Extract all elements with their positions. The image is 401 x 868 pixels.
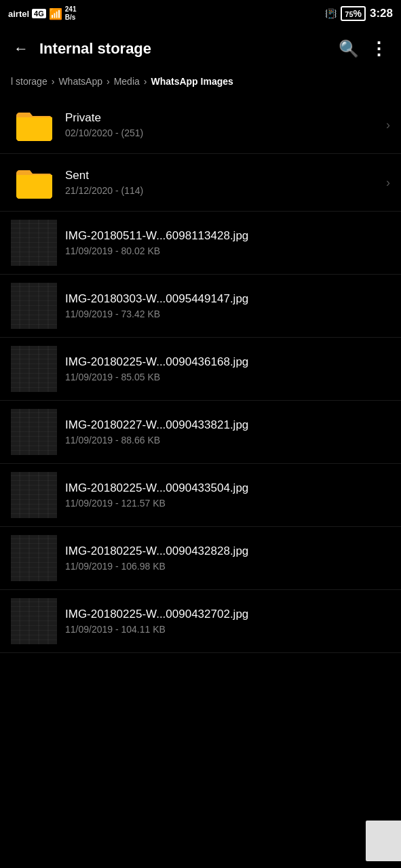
breadcrumb-sep-2: ›	[107, 76, 110, 87]
list-item[interactable]: IMG-20180225-W...0090432828.jpg 11/09/20…	[0, 527, 401, 590]
folder-icon-private	[11, 104, 57, 145]
file-meta: 11/09/2019 - 104.11 KB	[65, 624, 390, 635]
scroll-indicator[interactable]	[366, 821, 401, 861]
list-item[interactable]: IMG-20180227-W...0090433821.jpg 11/09/20…	[0, 401, 401, 464]
file-name: IMG-20180227-W...0090433821.jpg	[65, 418, 390, 432]
battery-level: 75	[345, 10, 353, 18]
more-options-button[interactable]: ⋮	[364, 33, 393, 65]
file-info: IMG-20180227-W...0090433821.jpg 11/09/20…	[65, 418, 390, 446]
signal-icon: 📶	[49, 7, 62, 20]
back-button[interactable]: ←	[8, 35, 34, 63]
page-title: Internal storage	[39, 40, 333, 58]
vibrate-icon: 📳	[325, 8, 337, 19]
file-thumbnail	[11, 283, 57, 329]
status-bar: airtel 4G 📶 241 B/s 📳 75% 3:28	[0, 0, 401, 27]
file-meta: 11/09/2019 - 85.05 KB	[65, 372, 390, 382]
breadcrumb-item-storage[interactable]: l storage	[11, 76, 47, 87]
file-name: IMG-20180225-W...0090432702.jpg	[65, 608, 390, 621]
folder-private-info: Private 02/10/2020 - (251)	[65, 111, 381, 138]
chevron-right-icon: ›	[386, 176, 390, 190]
folder-sent-meta: 21/12/2020 - (114)	[65, 185, 381, 196]
file-info: IMG-20180225-W...0090432828.jpg 11/09/20…	[65, 545, 390, 572]
chevron-right-icon: ›	[386, 118, 390, 132]
file-info: IMG-20180225-W...0090432702.jpg 11/09/20…	[65, 608, 390, 635]
breadcrumb-item-whatsapp-images[interactable]: WhatsApp Images	[151, 76, 233, 87]
folder-sent[interactable]: Sent 21/12/2020 - (114) ›	[0, 154, 401, 212]
breadcrumb-sep-1: ›	[52, 76, 55, 87]
list-item[interactable]: IMG-20180225-W...0090433504.jpg 11/09/20…	[0, 464, 401, 527]
folder-icon-sent	[11, 162, 57, 203]
clock: 3:28	[370, 7, 393, 20]
file-info: IMG-20180511-W...6098113428.jpg 11/09/20…	[65, 229, 390, 256]
file-meta: 11/09/2019 - 88.66 KB	[65, 435, 390, 446]
folder-private-meta: 02/10/2020 - (251)	[65, 127, 381, 138]
folder-private[interactable]: Private 02/10/2020 - (251) ›	[0, 96, 401, 154]
top-bar: ← Internal storage 🔍 ⋮	[0, 27, 401, 71]
list-item[interactable]: IMG-20180511-W...6098113428.jpg 11/09/20…	[0, 212, 401, 275]
file-thumbnail	[11, 220, 57, 266]
file-name: IMG-20180225-W...0090432828.jpg	[65, 545, 390, 558]
file-name: IMG-20180303-W...0095449147.jpg	[65, 292, 390, 306]
file-meta: 11/09/2019 - 73.42 KB	[65, 309, 390, 319]
folder-sent-info: Sent 21/12/2020 - (114)	[65, 169, 381, 196]
breadcrumb: l storage › WhatsApp › Media › WhatsApp …	[0, 71, 401, 96]
battery-icon: 75%	[341, 6, 366, 21]
list-item[interactable]: IMG-20180225-W...0090432702.jpg 11/09/20…	[0, 590, 401, 653]
file-meta: 11/09/2019 - 106.98 KB	[65, 561, 390, 572]
folder-sent-name: Sent	[65, 169, 381, 182]
file-thumbnail	[11, 346, 57, 392]
breadcrumb-item-media[interactable]: Media	[114, 76, 140, 87]
file-info: IMG-20180303-W...0095449147.jpg 11/09/20…	[65, 292, 390, 319]
file-name: IMG-20180511-W...6098113428.jpg	[65, 229, 390, 243]
file-thumbnail	[11, 598, 57, 644]
file-meta: 11/09/2019 - 80.02 KB	[65, 245, 390, 256]
file-info: IMG-20180225-W...0090433504.jpg 11/09/20…	[65, 481, 390, 509]
file-thumbnail	[11, 472, 57, 518]
file-name: IMG-20180225-W...0090436168.jpg	[65, 355, 390, 369]
status-left: airtel 4G 📶 241 B/s	[8, 5, 76, 22]
carrier-label: airtel	[8, 9, 29, 19]
file-info: IMG-20180225-W...0090436168.jpg 11/09/20…	[65, 355, 390, 382]
breadcrumb-sep-3: ›	[144, 76, 147, 87]
file-name: IMG-20180225-W...0090433504.jpg	[65, 481, 390, 495]
network-type: 4G	[32, 9, 46, 18]
search-button[interactable]: 🔍	[333, 34, 364, 64]
file-thumbnail	[11, 535, 57, 581]
status-right: 📳 75% 3:28	[325, 6, 393, 21]
list-item[interactable]: IMG-20180225-W...0090436168.jpg 11/09/20…	[0, 338, 401, 401]
file-thumbnail	[11, 409, 57, 455]
folder-private-name: Private	[65, 111, 381, 125]
data-speed: 241 B/s	[65, 5, 77, 22]
file-meta: 11/09/2019 - 121.57 KB	[65, 498, 390, 509]
list-item[interactable]: IMG-20180303-W...0095449147.jpg 11/09/20…	[0, 275, 401, 338]
breadcrumb-item-whatsapp[interactable]: WhatsApp	[58, 76, 102, 87]
